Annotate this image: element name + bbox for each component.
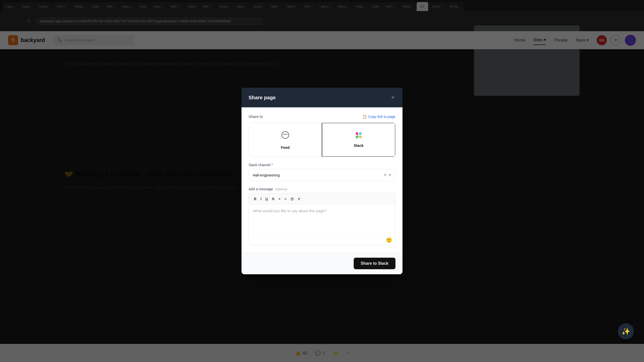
slack-icon — [354, 130, 364, 140]
copy-link-button[interactable]: 📋 Copy link to page — [363, 115, 395, 119]
required-indicator: * — [271, 163, 273, 167]
svg-rect-8 — [358, 134, 359, 134]
ai-assistant-button[interactable]: ✨ — [618, 323, 634, 339]
channel-select[interactable]: #all-engineering ✕ ▾ — [249, 169, 395, 181]
hashtag-button[interactable]: # — [296, 196, 301, 202]
modal-footer: Share to Slack — [242, 252, 403, 274]
message-field-label: Add a message Optional — [249, 187, 395, 191]
modal-body: Share to 📋 Copy link to page — [242, 107, 403, 252]
svg-rect-6 — [356, 136, 358, 138]
channel-field-container: Slack channel * #all-engineering ✕ ▾ — [249, 163, 395, 181]
feed-icon — [280, 130, 290, 142]
numbered-list-button[interactable]: ≡ — [283, 196, 288, 202]
ai-icon: ✨ — [622, 327, 630, 336]
editor-footer: 🙂 — [249, 235, 395, 245]
modal-header: Share page × — [242, 88, 403, 107]
modal-close-button[interactable]: × — [390, 94, 395, 101]
message-editor-content[interactable]: What would you like to say about this pa… — [249, 205, 395, 235]
bold-button[interactable]: B — [252, 196, 258, 202]
optional-label: Optional — [275, 187, 287, 191]
svg-point-2 — [285, 134, 286, 135]
channel-value: #all-engineering — [253, 173, 280, 177]
share-page-modal: Share page × Share to 📋 Copy link to pag… — [242, 88, 403, 274]
emoji-button[interactable]: 🙂 — [386, 237, 392, 243]
svg-rect-4 — [356, 132, 358, 135]
channel-actions: ✕ ▾ — [383, 172, 391, 178]
svg-rect-10 — [359, 134, 360, 136]
share-options: Feed — [249, 123, 395, 157]
slack-label: Slack — [354, 143, 364, 148]
modal-title: Share page — [249, 95, 276, 101]
share-option-slack[interactable]: Slack — [322, 123, 395, 157]
feed-label: Feed — [281, 145, 290, 150]
copy-link-text: Copy link to page — [368, 115, 395, 119]
chevron-down-icon-channel[interactable]: ▾ — [389, 172, 391, 178]
strikethrough-button[interactable]: S — [270, 196, 276, 202]
svg-point-1 — [283, 134, 284, 135]
svg-rect-5 — [359, 132, 362, 135]
mention-button[interactable]: @ — [289, 196, 296, 202]
message-field-container: Add a message Optional B I U S ≡ ≡ @ # — [249, 187, 395, 245]
svg-rect-7 — [359, 136, 362, 138]
share-to-slack-button[interactable]: Share to Slack — [354, 258, 395, 269]
editor-placeholder: What would you like to say about this pa… — [253, 209, 327, 213]
italic-button[interactable]: I — [259, 196, 263, 202]
modal-overlay[interactable]: Share page × Share to 📋 Copy link to pag… — [0, 0, 644, 362]
copy-icon: 📋 — [363, 115, 367, 119]
svg-point-3 — [286, 134, 287, 135]
bullet-list-button[interactable]: ≡ — [277, 196, 282, 202]
share-option-feed[interactable]: Feed — [249, 123, 322, 157]
share-to-section: Share to 📋 Copy link to page — [249, 114, 395, 119]
editor-toolbar: B I U S ≡ ≡ @ # — [249, 193, 395, 205]
svg-rect-9 — [357, 134, 358, 136]
channel-field-label: Slack channel * — [249, 163, 395, 167]
underline-button[interactable]: U — [264, 196, 269, 202]
svg-point-0 — [282, 131, 289, 139]
share-to-label: Share to — [249, 114, 263, 119]
message-editor: B I U S ≡ ≡ @ # What would you like to s… — [249, 193, 395, 245]
svg-rect-11 — [358, 136, 359, 137]
clear-icon[interactable]: ✕ — [383, 172, 387, 178]
